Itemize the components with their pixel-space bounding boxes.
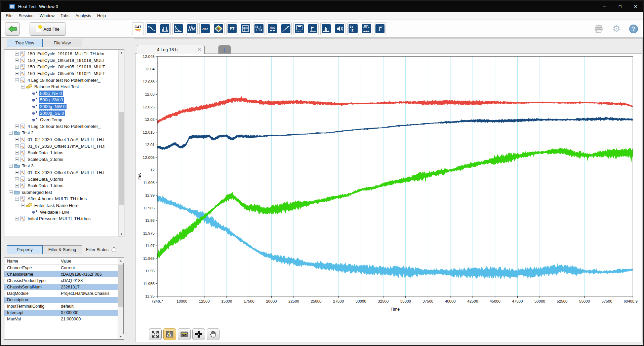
add-file-button[interactable]: Add File <box>30 22 66 36</box>
expand-icon[interactable]: + <box>15 138 19 141</box>
collapse-icon[interactable]: − <box>21 85 25 89</box>
decay-curve-button[interactable] <box>172 22 184 35</box>
expand-icon[interactable]: + <box>15 171 19 174</box>
collapse-icon[interactable]: − <box>15 197 19 201</box>
tree-item[interactable]: +150_FullCycle_Offset05_191018_MULT <box>4 64 118 70</box>
close-tab-icon[interactable]: ✕ <box>197 47 201 52</box>
chart-tab-active[interactable]: 4 Leg 18 h ✕ <box>137 45 205 54</box>
table-row[interactable]: InputTerminalConfigdefault <box>4 303 118 310</box>
pt-button[interactable]: PT <box>226 22 238 35</box>
expand-icon[interactable]: + <box>15 59 19 62</box>
table-scroll-thumb[interactable] <box>118 265 123 307</box>
jtfa-button[interactable]: JTFA <box>199 22 211 35</box>
tree-item[interactable]: +ScaleData_1.tdms <box>4 149 118 156</box>
data-table-button[interactable] <box>240 22 251 35</box>
tree-item[interactable]: −Test 3 <box>4 163 118 169</box>
tree-item[interactable]: 500g_NE 0 <box>4 90 118 97</box>
tree-item[interactable]: 2000g_NW 0 <box>4 103 118 110</box>
table-row[interactable]: DaqModuleProject.Hardware.Chassis <box>4 290 118 297</box>
scroll-up-icon[interactable]: ▲ <box>119 50 124 55</box>
crosshair-button[interactable] <box>192 328 205 340</box>
printer-icon[interactable] <box>594 24 604 34</box>
expand-icon[interactable]: + <box>15 125 19 128</box>
scroll-down-icon[interactable]: ▼ <box>118 334 124 339</box>
tree-item[interactable]: +150_FullCycle_Offset19_191018_MULT <box>4 57 118 64</box>
collapse-icon[interactable]: − <box>15 217 19 220</box>
regression-button[interactable]: e <box>280 22 292 35</box>
tree-item[interactable]: +01_08_2020_Offset 07mA_MULTI_TH.t <box>4 169 118 176</box>
settings-gear-icon[interactable]: ⚙ <box>612 24 620 34</box>
tree-item[interactable]: −Initial Pressure_MULTI_TH.tdms <box>4 215 118 222</box>
menu-session[interactable]: Session <box>15 13 36 19</box>
histogram-button[interactable] <box>159 22 171 35</box>
table-row[interactable]: ChassisSerialNum23261317 <box>4 284 118 290</box>
collapse-icon[interactable]: − <box>9 164 13 168</box>
table-row[interactable]: ChassisNamecDAQ9188-0162F085 <box>4 271 118 278</box>
spectrum-button[interactable] <box>320 22 332 35</box>
expand-icon[interactable]: + <box>15 184 19 187</box>
tree-scrollbar[interactable]: ▲ ▼ <box>118 50 124 237</box>
table-row[interactable]: ChassisProductTypecDAQ-9188 <box>4 278 118 284</box>
tree-item[interactable]: +ScaleData_2.tdms <box>4 156 118 163</box>
tree-item[interactable]: +ScaleData_0.tdms <box>4 176 118 182</box>
bscii-button[interactable]: BSCIII <box>293 22 305 35</box>
expand-icon[interactable]: + <box>15 65 19 69</box>
collapse-icon[interactable]: − <box>9 131 13 135</box>
tab-property[interactable]: Property <box>7 245 43 254</box>
pan-hand-button[interactable] <box>207 328 219 340</box>
tree-item[interactable]: +150_FullCycle_191018_MULTI_TH.tdm <box>4 50 118 57</box>
timeseries-chart[interactable]: 11.9511.95511.9611.96511.9711.97511.9811… <box>135 54 642 342</box>
tab-file-view[interactable]: File View <box>42 39 82 47</box>
tab-tree-view[interactable]: Tree View <box>7 39 43 47</box>
tab-filter-sorting[interactable]: Filter & Sorting <box>42 245 82 254</box>
tree-item[interactable]: 500g_SW 0 <box>4 97 118 103</box>
zoom-box-button[interactable] <box>178 328 191 340</box>
collapse-icon[interactable]: − <box>15 78 19 82</box>
tree-item[interactable]: Oven Temp <box>4 116 118 123</box>
sn-curve-button[interactable]: S-N <box>146 22 157 35</box>
tree-item[interactable]: +01_02_2020_Offset 17mA_MULTI_TH.t <box>4 136 118 143</box>
tree-item[interactable]: +4 Leg 18 hour test No Potentiometer_ <box>4 123 118 130</box>
table-scrollbar[interactable]: ▲ ▼ <box>118 258 123 339</box>
tree-item[interactable]: −4 Leg 18 hour test No Potentiometer_ <box>4 77 118 83</box>
chart-tab-1[interactable]: 1 <box>218 45 231 54</box>
cursor-flag-button[interactable] <box>307 22 319 35</box>
cat-sound-level-button[interactable]: CATSL●) <box>132 22 144 35</box>
maximize-button[interactable]: □ <box>612 1 628 12</box>
menu-tabs[interactable]: Tabs <box>57 13 72 19</box>
scroll-down-icon[interactable]: ▼ <box>119 231 124 237</box>
tree-item[interactable]: +ScaleData_1.tdms <box>4 182 118 189</box>
tree-item[interactable]: −Test 2 <box>4 130 118 136</box>
pulse-train-button[interactable] <box>361 22 372 35</box>
collapse-icon[interactable]: − <box>21 204 25 207</box>
col-header-name[interactable]: Name <box>4 258 58 265</box>
tree-item[interactable]: −After 4 hours_MULTI_TH.tdms <box>4 196 118 202</box>
menu-file[interactable]: File <box>3 13 15 19</box>
table-row[interactable]: Description <box>4 297 118 303</box>
step-signal-button[interactable] <box>374 22 386 35</box>
zoom-graph-button[interactable] <box>163 328 176 340</box>
minimize-button[interactable]: ─ <box>597 1 612 12</box>
tree-item[interactable]: Weldable FDM <box>4 209 118 215</box>
back-button[interactable] <box>5 22 20 36</box>
menu-help[interactable]: Help <box>94 13 109 19</box>
tree-item[interactable]: −Enter Task Name Here <box>4 202 118 209</box>
menu-window[interactable]: Window <box>37 13 57 19</box>
tree-item[interactable]: +01_07_2020_Offset 17mA_MULTI_TH.t <box>4 143 118 149</box>
expand-icon[interactable]: + <box>15 52 19 56</box>
tree-scroll-thumb[interactable] <box>119 112 124 205</box>
statistics-button[interactable]: x̄+−Σ <box>347 22 359 35</box>
expand-icon[interactable]: + <box>15 151 19 154</box>
peak-analysis-button[interactable] <box>186 22 198 35</box>
table-row[interactable]: Intercept0.000000 <box>4 310 118 316</box>
speaker-button[interactable] <box>334 22 346 35</box>
tree-item[interactable]: −submerged test <box>4 189 118 196</box>
signal-route-button[interactable] <box>253 22 265 35</box>
close-button[interactable]: ✕ <box>628 1 643 12</box>
help-icon[interactable]: ? <box>629 25 638 33</box>
color-prism-button[interactable] <box>213 22 225 35</box>
scroll-up-icon[interactable]: ▲ <box>118 258 124 263</box>
tree-item[interactable]: +150_FullCycle_Offset05_191021_MULT <box>4 70 118 77</box>
expand-icon[interactable]: + <box>15 72 19 75</box>
expand-icon[interactable]: + <box>15 144 19 148</box>
